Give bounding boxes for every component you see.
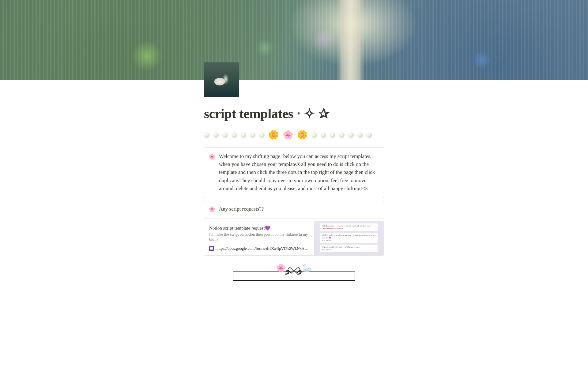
flower-icon: 🌸 <box>283 131 293 139</box>
flower-icon: 🌼 <box>297 131 308 139</box>
bookmark-url: https://docs.google.com/forms/d/1Xa4fpVI… <box>217 246 309 251</box>
bookmark-title: Notion script template request💜 <box>209 225 309 231</box>
pearl-icon <box>232 132 237 138</box>
bookmark-link[interactable]: Notion script template request💜 I'll mak… <box>204 221 384 256</box>
pearl-icon <box>311 132 317 138</box>
bookmark-description: I'll make the script on notion then post… <box>209 232 309 242</box>
pearl-icon <box>259 132 265 138</box>
pearl-icon <box>213 132 219 138</box>
form-preview-line: Write down which dr's script you'd like … <box>320 245 378 252</box>
pearl-icon <box>330 132 335 138</box>
pearl-icon <box>204 132 209 138</box>
pearl-icon <box>250 132 255 138</box>
callout-emoji: 🌸 <box>209 205 215 214</box>
widget-emoji-row: 🌸وو🦢 <box>233 263 355 275</box>
bookmark-thumbnail: Hi hello username ( so we know what it i… <box>314 221 384 255</box>
swan-icon: 🦢 <box>302 264 312 272</box>
callout-emoji: 🌸 <box>209 153 215 161</box>
bookmark-url-row: https://docs.google.com/forms/d/1Xa4fpVI… <box>209 246 309 251</box>
pearl-divider: 🌼 🌸 🌼 <box>204 123 384 145</box>
pearl-icon <box>339 132 345 138</box>
pearl-icon <box>222 132 228 138</box>
callout-text: Welcome to my shifting page! below you c… <box>219 152 378 193</box>
page-content: script templates ⋅ ✧ ✰ 🌼 🌸 🌼 🌸 Welcome t… <box>175 62 413 305</box>
callout-welcome[interactable]: 🌸 Welcome to my shifting page! below you… <box>204 147 384 198</box>
page-icon-wrap[interactable] <box>204 62 239 97</box>
pearl-icon <box>241 132 246 138</box>
page-icon-swan <box>204 62 239 97</box>
pearl-icon <box>357 132 363 138</box>
page-title[interactable]: script templates ⋅ ✧ ✰ <box>204 106 384 122</box>
flower-icon: 🌼 <box>268 131 279 139</box>
callout-text: Any script requests?? <box>219 205 378 213</box>
flower-icon: 🌸 <box>276 264 286 272</box>
decorative-widget: 🌸وو🦢 <box>204 268 384 281</box>
google-forms-icon <box>209 246 214 251</box>
bookmark-info: Notion script template request💜 I'll mak… <box>204 221 314 255</box>
form-preview-line: hi! Hello and :) so how I see a question… <box>320 233 378 243</box>
pearl-icon <box>348 132 354 138</box>
heart-icon <box>290 265 298 272</box>
pearl-icon <box>367 132 372 138</box>
callout-requests[interactable]: 🌸 Any script requests?? <box>204 200 384 219</box>
pearl-icon <box>321 132 326 138</box>
form-preview-line: Hi hello username ( so we know what it i… <box>320 223 378 231</box>
